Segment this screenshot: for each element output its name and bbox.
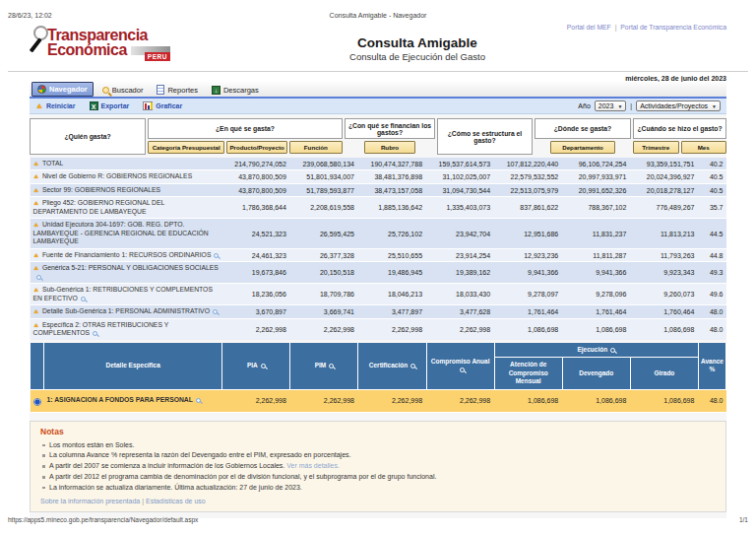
expand-triangle-icon[interactable]: ▲: [33, 307, 39, 314]
amount-cell: 20,024,396,927: [630, 170, 698, 183]
row-label-cell: ▲Pliego 452: GOBIERNO REGIONAL DEL DEPAR…: [31, 197, 222, 219]
estadi-sticas-de-uso-link[interactable]: Estadísticas de uso: [146, 498, 206, 504]
expand-triangle-icon[interactable]: ▲: [33, 186, 39, 193]
filters: Año 2023 ▼ | Actividades/Proyectos ▼: [578, 100, 721, 111]
magnifier-icon[interactable]: [261, 364, 266, 368]
print-header: 28/6/23, 12:02 Consulta Amigable - Naveg…: [8, 12, 748, 19]
tab-descargas[interactable]: Descargas: [207, 84, 264, 97]
sobre-la-informacio-n-presentada-link[interactable]: Sobre la información presentada: [40, 498, 140, 504]
notes-list: Los montos están en Soles.La columna Ava…: [40, 440, 716, 494]
graficar-button[interactable]: Graficar: [143, 101, 182, 110]
magnifier-icon[interactable]: [93, 331, 97, 336]
expand-triangle-icon[interactable]: ▲: [33, 286, 39, 293]
funcio-n-button[interactable]: Función: [289, 141, 343, 154]
expand-triangle-icon[interactable]: ▲: [33, 160, 39, 167]
magnifier-icon[interactable]: [213, 309, 218, 314]
amount-cell: 20,997,933,971: [562, 170, 630, 183]
portal-mef-link[interactable]: Portal del MEF: [567, 24, 611, 31]
avance-cell: 48.0: [698, 389, 725, 412]
row-label: Sub-Genérica 1: RETRIBUCIONES Y COMPLEME…: [33, 286, 213, 301]
categoria-presupuestal-button[interactable]: Categoria Presupuestal: [148, 141, 224, 154]
drill-row: ▲Genérica 5-21: PERSONAL Y OBLIGACIONES …: [31, 262, 726, 284]
avance-cell: 49.6: [698, 284, 725, 305]
row-label: Pliego 452: GOBIERNO REGIONAL DEL DEPART…: [33, 199, 165, 214]
search-icon: [102, 87, 109, 94]
drill-row: ▲TOTAL214,790,274,052239,068,580,134190,…: [31, 158, 726, 170]
drill-row: ▲Específica 2: OTRAS RETRIBUCIONES Y COM…: [31, 318, 726, 341]
scope-select[interactable]: Actividades/Proyectos ▼: [636, 100, 721, 111]
query-group-co-mo-se-estructura-el-gasto: ¿Cómo se estructura el gasto?: [437, 118, 533, 155]
rubro-button[interactable]: Rubro: [364, 141, 415, 154]
magnifier-icon[interactable]: [36, 275, 41, 280]
note-link[interactable]: Ver más detalles.: [286, 462, 340, 469]
expand-triangle-icon[interactable]: ▲: [33, 251, 39, 258]
amount-cell: 1,761,464: [494, 305, 562, 318]
tab-label: Reportes: [167, 86, 197, 95]
radio-column-header: [31, 341, 44, 389]
print-title: Consulta Amigable - Navegador: [8, 12, 748, 19]
tab-label: Buscador: [112, 86, 144, 95]
row-label: Sector 99: GOBIERNOS REGIONALES: [42, 186, 160, 193]
magnifier-icon[interactable]: [329, 364, 334, 368]
row-label-cell: ▲Fuente de Financiamiento 1: RECURSOS OR…: [31, 248, 222, 261]
amount-cell: 20,150,518: [290, 262, 358, 284]
row-label-cell: ▲Genérica 5-21: PERSONAL Y OBLIGACIONES …: [31, 262, 222, 284]
query-question: ¿Quién gasta?: [30, 118, 146, 155]
amount-cell: 43,870,800,509: [222, 183, 290, 196]
avance-cell: 40.2: [698, 158, 725, 170]
reiniciar-button[interactable]: Reiniciar: [35, 101, 76, 110]
query-buttons: Categoria PresupuestalProducto/ProyectoF…: [148, 141, 343, 154]
magnifier-icon[interactable]: [214, 253, 219, 258]
tab-reportes[interactable]: Reportes: [152, 83, 202, 97]
amount-cell: 1,086,698: [630, 389, 698, 412]
query-group-con-que-se-financian-los-gastos: ¿Con qué se financian los gastos?Rubro: [345, 118, 435, 155]
logo-line2: Económica: [47, 41, 127, 58]
amount-cell: 214,790,274,052: [222, 158, 290, 170]
magnifier-icon[interactable]: [410, 364, 415, 368]
amount-cell: 2,262,998: [222, 389, 290, 412]
amount-cell: 96,106,724,254: [562, 158, 630, 170]
amount-cell: 1,086,698: [630, 318, 698, 341]
magnifier-icon[interactable]: [610, 348, 615, 353]
notes-title: Notas: [40, 427, 716, 436]
row-label: Detalle Sub-Genérica 1: PERSONAL ADMINIS…: [42, 307, 210, 314]
radio-selected-icon[interactable]: [33, 398, 41, 406]
query-question: ¿Cómo se estructura el gasto?: [437, 118, 533, 155]
query-group-quie-n-gasta: ¿Quién gasta?: [30, 118, 146, 155]
tab-navegador[interactable]: Navegador: [32, 82, 94, 97]
amount-cell: 24,461,323: [222, 248, 290, 261]
portal-transparencia-link[interactable]: Portal de Transparencia Económica: [620, 24, 726, 31]
magnifier-icon[interactable]: [81, 297, 86, 301]
exportar-button[interactable]: Exportar: [90, 101, 130, 110]
row-label: Fuente de Financiamiento 1: RECURSOS ORD…: [42, 251, 212, 258]
amount-cell: 11,793,263: [630, 248, 698, 261]
row-label: Nivel de Gobierno R: GOBIERNOS REGIONALE…: [42, 172, 192, 179]
row-label: Unidad Ejecutora 304-1697: GOB. REG. DPT…: [33, 221, 209, 244]
magnifier-icon[interactable]: [196, 398, 201, 403]
note-item: A partir del 2007 se comienza a incluir …: [40, 461, 716, 472]
chart-icon: [143, 101, 153, 110]
year-select[interactable]: 2023 ▼: [595, 100, 627, 111]
amount-cell: 2,262,998: [290, 318, 358, 341]
note-item: La columna Avance % representa la razón …: [40, 450, 716, 461]
trimestre-button[interactable]: Trimestre: [633, 141, 679, 154]
amount-cell: 2,262,998: [358, 318, 426, 341]
producto-proyecto-button[interactable]: Producto/Proyecto: [226, 141, 286, 154]
expand-triangle-icon[interactable]: ▲: [33, 199, 39, 206]
filters-separator: |: [630, 102, 632, 109]
departamento-button[interactable]: Departamento: [550, 141, 615, 154]
avance-cell: 35.7: [698, 197, 725, 219]
magnifier-icon[interactable]: [460, 368, 465, 372]
row-label: Específica 2: OTRAS RETRIBUCIONES Y COMP…: [33, 321, 169, 336]
expand-triangle-icon[interactable]: ▲: [33, 221, 39, 228]
expand-triangle-icon[interactable]: ▲: [33, 321, 39, 328]
query-group-en-que-se-gasta: ¿En qué se gasta?Categoria PresupuestalP…: [148, 118, 343, 155]
mes-button[interactable]: Mes: [681, 141, 727, 154]
expand-triangle-icon[interactable]: ▲: [33, 172, 39, 179]
title-block: Consulta Amigable Consulta de Ejecución …: [226, 35, 608, 62]
tab-buscador[interactable]: Buscador: [97, 84, 149, 97]
query-question: ¿Con qué se financian los gastos?: [345, 118, 435, 139]
expand-triangle-icon[interactable]: ▲: [33, 264, 39, 271]
detail-row: 1: ASIGNACION A FONDOS PARA PERSONAL2,26…: [31, 389, 726, 412]
portal-links-separator: |: [615, 24, 617, 31]
